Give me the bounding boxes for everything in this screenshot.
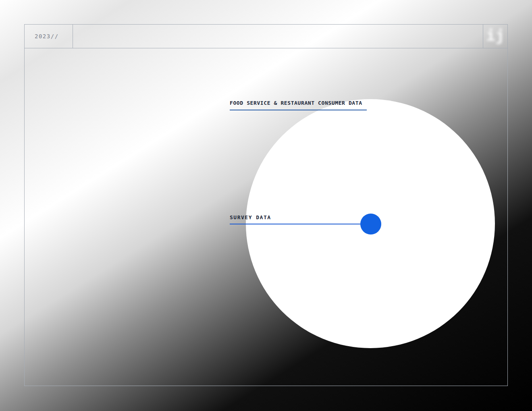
- callout-leader-line: [230, 224, 361, 224]
- page-title: FOOD SERVICE & RESTAURANT CONSUMER DATA: [230, 100, 367, 106]
- survey-data-label: SURVEY DATA: [230, 214, 271, 220]
- header-spacer: [73, 25, 483, 48]
- title-underline: [230, 110, 367, 110]
- logo-icon: ij: [486, 27, 505, 44]
- slide-canvas: 2023// ij FOOD SERVICE & RESTAURANT CONS…: [0, 0, 532, 411]
- logo-cell: ij: [483, 25, 507, 48]
- header-bar: 2023// ij: [25, 25, 507, 48]
- title-block: FOOD SERVICE & RESTAURANT CONSUMER DATA: [230, 100, 367, 110]
- slide-frame: 2023// ij: [24, 24, 508, 386]
- year-cell: 2023//: [25, 25, 73, 48]
- year-label: 2023//: [35, 33, 59, 39]
- survey-data-point-icon: [360, 214, 381, 235]
